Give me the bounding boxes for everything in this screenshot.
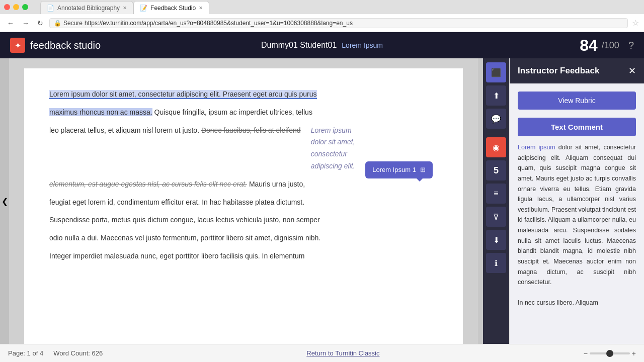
- tab1-label: Annotated Bibliography: [57, 5, 120, 12]
- download-button[interactable]: ⬇: [486, 230, 506, 250]
- nav-refresh-button[interactable]: ↻: [35, 18, 45, 28]
- zoom-area: − +: [584, 349, 636, 357]
- document-area[interactable]: Lorem Ipsum 1 ⊞ Lorem ipsum dolor sit am…: [9, 58, 478, 344]
- filter-button[interactable]: ⊽: [486, 207, 506, 227]
- address-url: https://ev.turnitin.com/app/carta/en_us?…: [85, 20, 353, 27]
- logo-area: ✦ feedback studio: [10, 38, 101, 53]
- score-denominator: /100: [602, 40, 619, 51]
- return-to-turnitin-link[interactable]: Return to Turnitin Classic: [306, 349, 379, 357]
- zoom-in-button[interactable]: +: [632, 349, 636, 357]
- comment-highlight: Lorem ipsum: [518, 144, 555, 151]
- lock-icon: 🔒: [54, 20, 61, 27]
- status-left: Page: 1 of 4 Word Count: 626: [8, 349, 103, 357]
- close-window-dot[interactable]: [4, 4, 10, 10]
- panel-content: View Rubric Text Comment Lorem ipsum dol…: [510, 83, 644, 344]
- info-button[interactable]: ℹ: [486, 253, 506, 273]
- assignment-name: Lorem Ipsum: [342, 41, 383, 49]
- strikethrough-text-1: Donec faucibus, felis at eleifend: [201, 126, 301, 134]
- maximize-dot[interactable]: [22, 4, 28, 10]
- zoom-thumb[interactable]: [606, 350, 613, 357]
- doc-info: Dummy01 Student01 Lorem Ipsum: [261, 41, 383, 50]
- student-name: Dummy01 Student01: [261, 41, 337, 50]
- italic-comment-text: Lorem ipsumdolor sit amet,consecteturadi…: [311, 125, 355, 172]
- grid-icon: ⊞: [420, 164, 426, 175]
- nav-forward-button[interactable]: →: [20, 18, 31, 28]
- tab-annotated-bibliography[interactable]: 📄 Annotated Bibliography ✕: [40, 1, 133, 14]
- nav-back-button[interactable]: ←: [5, 18, 16, 28]
- document-scrollbar[interactable]: [478, 58, 483, 344]
- comment-button[interactable]: 💬: [486, 109, 506, 129]
- layers-button[interactable]: ⬛: [486, 62, 506, 82]
- paragraph-4: elementum, est augue egestas nisl, ac cu…: [49, 178, 438, 191]
- align-button[interactable]: ≡: [486, 184, 506, 204]
- comment-continuation: In nec cursus libero. Aliquam: [518, 299, 598, 306]
- browser-titlebar: 📄 Annotated Bibliography ✕ 📝 Feedback St…: [0, 0, 644, 14]
- filter-icon: ⊽: [493, 212, 499, 222]
- help-icon[interactable]: ?: [628, 40, 634, 51]
- secure-label: Secure: [63, 20, 83, 27]
- address-field[interactable]: 🔒 Secure https://ev.turnitin.com/app/car…: [49, 18, 628, 28]
- lorem-ipsum-bubble[interactable]: Lorem Ipsum 1 ⊞: [365, 161, 433, 178]
- main-layout: ❮ Lorem Ipsum 1 ⊞ Lorem ipsum dolor sit …: [0, 58, 644, 344]
- panel-close-button[interactable]: ✕: [628, 65, 636, 76]
- info-icon: ℹ: [495, 258, 498, 268]
- left-panel-icon: ❮: [2, 197, 8, 206]
- tab2-label: Feedback Studio: [150, 5, 196, 12]
- align-icon: ≡: [494, 189, 498, 198]
- score-area: 84 /100 ?: [580, 36, 634, 55]
- paragraph-1: Lorem ipsum dolor sit amet, consectetur …: [49, 88, 438, 101]
- comment-text: Lorem ipsum dolor sit amet, consectetur …: [518, 142, 636, 308]
- tab1-close[interactable]: ✕: [123, 5, 127, 11]
- comment-body: dolor sit amet, consectetur adipiscing e…: [518, 144, 636, 286]
- share-icon: ⬆: [493, 91, 500, 101]
- view-rubric-button[interactable]: View Rubric: [518, 92, 636, 110]
- minimize-dot[interactable]: [13, 4, 19, 10]
- tab2-favicon: 📝: [140, 5, 147, 12]
- paragraph-5: feugiat eget lorem id, condimentum effic…: [49, 197, 438, 209]
- paragraph-8: Integer imperdiet malesuada nunc, eget p…: [49, 250, 438, 262]
- document-paper: Lorem Ipsum 1 ⊞ Lorem ipsum dolor sit am…: [24, 68, 463, 344]
- score-button[interactable]: ◉: [486, 137, 506, 157]
- panel-title: Instructor Feedback: [518, 66, 600, 76]
- tab2-close[interactable]: ✕: [199, 5, 203, 11]
- tab1-favicon: 📄: [47, 5, 54, 12]
- lorem-bubble-label: Lorem Ipsum 1: [372, 164, 416, 175]
- comment-icon: 💬: [491, 114, 501, 124]
- tab-feedback-studio[interactable]: 📝 Feedback Studio ✕: [133, 1, 209, 14]
- paragraph-6: Suspendisse porta, metus quis dictum con…: [49, 214, 438, 226]
- score-icon: ◉: [493, 143, 500, 152]
- right-toolbar: ⬛ ⬆ 💬 ◉ 5 ≡ ⊽ ⬇ ℹ: [483, 58, 509, 344]
- toolbar-divider-1: [487, 134, 505, 134]
- score-number: 84: [580, 36, 598, 55]
- tabs-bar: 📄 Annotated Bibliography ✕ 📝 Feedback St…: [36, 0, 209, 14]
- highlighted-text-2: maximus rhoncus non ac massa.: [49, 108, 152, 116]
- app-header: ✦ feedback studio Dummy01 Student01 Lore…: [0, 32, 644, 58]
- logo-icon: ✦: [10, 38, 25, 53]
- bookmark-icon[interactable]: ☆: [632, 18, 639, 28]
- page-indicator: Page: 1 of 4: [8, 349, 43, 357]
- badge-count-icon: 5: [494, 165, 499, 176]
- strikethrough-italic-text: elementum, est augue egestas nisl, ac cu…: [49, 180, 247, 188]
- text-comment-header: Text Comment: [518, 118, 636, 136]
- status-bar: Page: 1 of 4 Word Count: 626 Return to T…: [0, 344, 644, 362]
- highlighted-text-1: Lorem ipsum dolor sit amet, consectetur …: [49, 90, 317, 99]
- address-bar: ← → ↻ 🔒 Secure https://ev.turnitin.com/a…: [0, 14, 644, 32]
- paragraph-7: odio nulla a dui. Maecenas vel justo fer…: [49, 232, 438, 244]
- zoom-slider[interactable]: [590, 352, 630, 354]
- zoom-out-button[interactable]: −: [584, 349, 588, 357]
- panel-header: Instructor Feedback ✕: [510, 58, 644, 83]
- left-panel-toggle[interactable]: ❮: [0, 58, 9, 344]
- instructor-feedback-panel: Instructor Feedback ✕ View Rubric Text C…: [509, 58, 644, 344]
- paragraph-2: maximus rhoncus non ac massa. Quisque fr…: [49, 107, 438, 119]
- share-button[interactable]: ⬆: [486, 85, 506, 106]
- app-title: feedback studio: [30, 40, 101, 51]
- download-icon: ⬇: [493, 235, 500, 245]
- badge-button[interactable]: 5: [486, 160, 506, 180]
- word-count: Word Count: 626: [53, 349, 103, 357]
- layers-icon: ⬛: [491, 68, 501, 77]
